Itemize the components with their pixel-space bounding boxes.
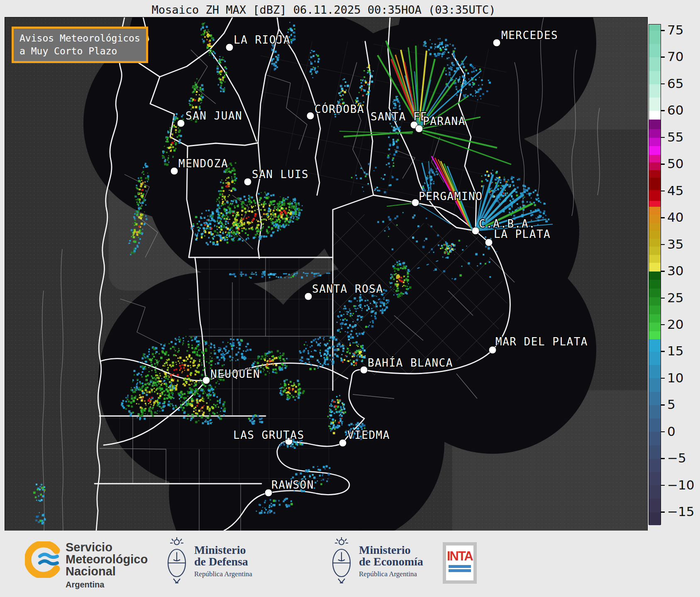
ministerio-economia-block: Ministerio de Economía República Argenti… — [330, 536, 423, 587]
colorbar-segment — [649, 162, 661, 170]
colorbar-tick-label: 20 — [667, 317, 683, 332]
colorbar-tick-mark — [661, 298, 665, 299]
colorbar-segment — [649, 44, 661, 57]
colorbar-segment — [649, 215, 661, 223]
colorbar-tick-mark — [661, 217, 665, 218]
colorbar-tick-mark — [661, 56, 665, 58]
city-label: CÓRDOBA — [315, 103, 364, 115]
colorbar-segment — [649, 201, 661, 207]
smn-line2: Meteorológico — [66, 553, 148, 565]
ministerio-defensa-block: Ministerio de Defensa República Argentin… — [165, 536, 252, 587]
warning-badge: Avisos Meteorológicos a Muy Corto Plazo — [12, 27, 148, 63]
colorbar-segment — [649, 71, 661, 84]
colorbar-tick-label: −10 — [667, 477, 694, 492]
city-dot — [412, 199, 419, 206]
smn-logo-block: Servicio Meteorológico Nacional Argentin… — [25, 541, 148, 591]
colorbar-tick-label: 0 — [667, 424, 676, 439]
colorbar-tick-mark — [661, 511, 665, 513]
colorbar-tick-mark — [661, 164, 665, 165]
colorbar-segment — [649, 512, 661, 525]
coat-of-arms-icon — [165, 536, 188, 587]
colorbar-segment — [649, 331, 661, 339]
colorbar-segment — [649, 323, 661, 331]
colorbar-tick-mark — [661, 137, 665, 138]
colorbar-segment — [649, 190, 661, 201]
colorbar-segment — [649, 57, 661, 71]
smn-line1: Servicio — [66, 541, 148, 553]
colorbar-segment — [649, 155, 661, 162]
dbz-colorbar — [649, 24, 661, 525]
city-label: NEUQUÉN — [210, 367, 260, 380]
colorbar-segment — [649, 120, 661, 129]
colorbar-segment — [649, 418, 661, 432]
radar-map: LA RIOJAMERCEDESSAN JUANCÓRDOBASANTA FEP… — [5, 17, 647, 531]
colorbar-segment — [649, 392, 661, 405]
colorbar-segment — [649, 306, 661, 314]
smn-line4: Argentina — [66, 579, 148, 591]
colorbar-tick-label: 75 — [667, 22, 683, 37]
colorbar-tick-label: −5 — [667, 450, 686, 465]
city-label: SAN LUIS — [252, 168, 309, 181]
colorbar-segment — [649, 255, 661, 263]
smn-logo-icon — [25, 541, 61, 578]
colorbar-tick-label: 65 — [667, 76, 683, 91]
colorbar-tick-label: 55 — [667, 130, 683, 144]
footer: Servicio Meteorológico Nacional Argentin… — [0, 531, 700, 597]
colorbar-tick-mark — [661, 30, 665, 31]
city-label: BAHÍA BLANCA — [368, 356, 453, 369]
colorbar-segment — [649, 170, 661, 178]
mindef-sub: República Argentina — [194, 570, 252, 578]
colorbar-segment — [649, 24, 661, 31]
colorbar-tick-label: 30 — [667, 263, 683, 278]
city-dot — [202, 377, 210, 384]
colorbar-tick-mark — [661, 485, 665, 486]
colorbar-segment — [649, 339, 661, 352]
warning-badge-line1: Avisos Meteorológicos — [20, 32, 140, 45]
city-label: LA PLATA — [494, 228, 551, 240]
colorbar-tick-label: 15 — [667, 343, 683, 358]
city-dot — [171, 167, 178, 175]
colorbar-tick-label: 10 — [667, 370, 683, 385]
colorbar-segment — [649, 272, 661, 280]
colorbar-segment — [649, 314, 661, 323]
inta-wordmark: INTA — [446, 549, 473, 564]
city-dot — [472, 227, 479, 235]
colorbar-segment — [649, 178, 661, 190]
mineco-sub: República Argentina — [359, 570, 423, 578]
city-label: SANTA FE — [371, 110, 427, 123]
smn-line3: Nacional — [66, 565, 148, 577]
colorbar-tick-mark — [661, 404, 665, 406]
colorbar-segment — [649, 432, 661, 445]
colorbar-tick-mark — [661, 351, 665, 352]
page-title: Mosaico ZH MAX [dBZ] 06.11.2025 00:35HOA… — [0, 3, 647, 16]
city-dot — [226, 44, 233, 51]
city-dot — [485, 239, 493, 246]
colorbar-tick-mark — [661, 458, 665, 459]
city-dot — [244, 178, 251, 186]
colorbar-segment — [649, 138, 661, 147]
colorbar-segment — [649, 445, 661, 459]
colorbar-segment — [649, 231, 661, 239]
colorbar-segment — [649, 31, 661, 44]
city-label: MENDOZA — [178, 157, 228, 170]
city-label: SAN JUAN — [185, 110, 242, 122]
city-dot — [339, 439, 346, 447]
city-label: MAR DEL PLATA — [495, 335, 588, 348]
colorbar-tick-label: 5 — [667, 397, 676, 412]
city-dot — [305, 293, 312, 300]
city-label: RAWSON — [271, 479, 314, 491]
colorbar-segment — [649, 146, 661, 155]
inta-bar — [449, 565, 471, 568]
colorbar-segment — [649, 247, 661, 254]
colorbar-segment — [649, 378, 661, 391]
colorbar-tick-mark — [661, 191, 665, 192]
city-label: PARANA — [423, 115, 466, 127]
colorbar-segment — [649, 239, 661, 247]
city-label: VIEDMA — [347, 429, 390, 441]
mineco-line1: Ministerio — [359, 544, 423, 556]
city-label: PERGAMINO — [419, 190, 483, 203]
colorbar-segment — [649, 111, 661, 120]
colorbar-tick-mark — [661, 110, 665, 111]
colorbar-segment — [649, 365, 661, 378]
colorbar-tick-label: 60 — [667, 103, 683, 117]
